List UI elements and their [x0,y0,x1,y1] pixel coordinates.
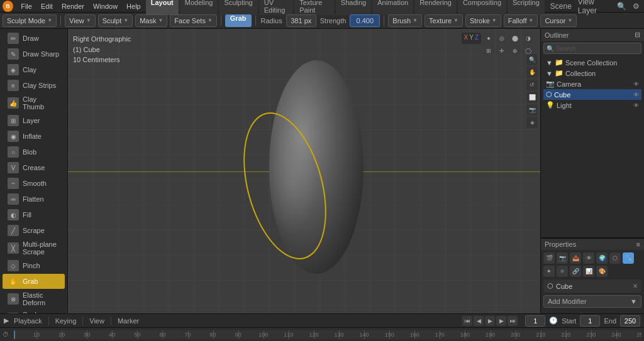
tab-modeling[interactable]: Modeling [180,0,218,15]
collection-item[interactable]: ▼ 📁 Collection [543,68,641,78]
tool-item-grab[interactable]: ✋Grab [3,274,65,289]
tool-item-inflate[interactable]: ◉Inflate [3,129,65,144]
view-menu[interactable]: View ▼ [65,14,96,27]
mask-menu[interactable]: Mask ▼ [135,14,167,27]
tool-item-layer[interactable]: ⊞Layer [3,113,65,128]
add-modifier-dropdown[interactable]: Add Modifier ▼ [543,295,641,308]
texture-dropdown[interactable]: Texture ▼ [425,14,463,27]
blender-logo[interactable]: B [3,1,13,12]
play-btn[interactable]: ▶ [485,316,495,326]
tool-item-multi-plane-scrape[interactable]: ╳Multi-plane Scrape [3,239,65,257]
tab-texture-paint[interactable]: Texture Paint [294,0,335,15]
viewport-3d[interactable]: Right Orthographic (1) Cube 10 Centimete… [68,29,540,313]
menu-edit[interactable]: Edit [37,2,57,11]
camera-item[interactable]: 📷 Camera 👁 [543,78,641,89]
tool-item-pinch[interactable]: ◇Pinch [3,258,65,273]
tab-animation[interactable]: Animation [372,0,413,15]
tool-item-crease[interactable]: VCrease [3,160,65,175]
vp-sidebar-icon-5[interactable]: 📷 [526,104,538,116]
next-frame-btn[interactable]: ▶ [496,316,506,326]
prop-icon-material[interactable]: 🎨 [596,266,608,277]
playback-menu[interactable]: Playback [11,317,45,325]
prop-icon-output[interactable]: 📤 [570,252,581,264]
vp-sidebar-icon-4[interactable]: ⬜ [526,92,538,103]
outliner-search-bar[interactable]: 🔍 Search [543,43,641,54]
search-icon[interactable]: 🔍 [615,1,628,11]
prop-icon-modifier[interactable]: 🔧 [623,252,634,264]
tab-sculpting[interactable]: Sculpting [219,0,257,15]
cursor-dropdown[interactable]: Cursor ▼ [540,14,577,27]
viewport-wire-icon[interactable]: ◎ [496,33,508,44]
properties-options-icon[interactable]: ≡ [636,241,640,248]
start-frame-input[interactable] [580,315,600,327]
current-frame-input[interactable] [525,315,545,327]
tool-item-clay-strips[interactable]: ≡Clay Strips [3,78,65,93]
viewport-snap-icon[interactable]: ⊕ [509,45,521,57]
vp-sidebar-icon-6[interactable]: ◈ [526,117,538,128]
menu-file[interactable]: File [17,2,36,11]
prop-icon-world[interactable]: 🌍 [596,252,608,264]
prop-icon-object[interactable]: ⬡ [609,252,621,264]
camera-visibility-icon[interactable]: 👁 [633,81,639,87]
sculpt-mode-dropdown[interactable]: Sculpt Mode ▼ [3,14,57,27]
falloff-dropdown[interactable]: Falloff ▼ [504,14,538,27]
tool-item-clay[interactable]: ◈Clay [3,62,65,77]
tab-layout[interactable]: Layout [146,0,179,15]
tool-item-flatten[interactable]: ═Flatten [3,192,65,207]
light-item[interactable]: 💡 Light 👁 [543,100,641,111]
view-layer-selector[interactable]: View Layer [576,0,613,16]
tool-item-draw[interactable]: ✏Draw [3,31,65,46]
keying-menu[interactable]: Keying [53,317,79,325]
prop-icon-view[interactable]: 👁 [583,252,594,264]
viewport-overlay-icon[interactable]: ⊞ [483,45,494,57]
radius-input[interactable] [286,14,316,27]
tab-shading[interactable]: Shading [336,0,371,15]
prev-frame-btn[interactable]: ◀ [474,316,484,326]
strength-input[interactable] [350,14,380,27]
tool-item-scrape[interactable]: ╱Scrape [3,223,65,238]
viewport-render-icon[interactable]: ⬤ [509,33,521,44]
viewport-mat-icon[interactable]: ◑ [523,33,534,44]
outliner-filter-icon[interactable]: ⊟ [635,31,640,39]
stroke-dropdown[interactable]: Stroke ▼ [465,14,501,27]
tool-item-draw-sharp[interactable]: ✎Draw Sharp [3,46,65,62]
view-menu-bb[interactable]: View [87,317,107,325]
viewport-gizmo-icon[interactable]: ✛ [496,45,508,57]
prop-object-close[interactable]: ✕ [633,283,638,290]
jump-start-btn[interactable]: ⏮ [462,316,472,326]
tool-item-elastic-deform[interactable]: ⊗Elastic Deform [3,290,65,308]
scene-selector[interactable]: Scene [548,1,574,11]
prop-icon-scene[interactable]: 🎬 [543,252,555,264]
light-visibility-icon[interactable]: 👁 [633,102,639,109]
tool-item-fill[interactable]: ◐Fill [3,207,65,222]
cube-visibility-icon[interactable]: 👁 [633,92,639,98]
prop-icon-constraints[interactable]: 🔗 [570,266,581,277]
menu-window[interactable]: Window [89,2,121,11]
timeline-playhead[interactable] [14,330,15,339]
sculpt-menu[interactable]: Sculpt ▼ [98,14,133,27]
scene-collection-item[interactable]: ▼ 📁 Scene Collection [543,57,641,68]
tab-uv-editing[interactable]: UV Editing [259,0,294,15]
prop-icon-physics[interactable]: ⚛ [557,266,568,277]
vp-sidebar-icon-3[interactable]: ↺ [526,79,538,90]
tab-rendering[interactable]: Rendering [414,0,457,15]
tool-item-smooth[interactable]: ~Smooth [3,176,65,191]
prop-icon-particles[interactable]: ✦ [543,266,555,277]
vp-sidebar-icon-2[interactable]: ✋ [526,67,538,78]
tool-item-clay-thumb[interactable]: 👍Clay Thumb [3,94,65,112]
end-frame-input[interactable] [620,315,640,327]
active-tool-button[interactable]: Grab [225,14,252,27]
timeline-ruler[interactable]: 1020304050607080901001101201301401501601… [14,330,641,339]
prop-icon-render[interactable]: 📷 [557,252,568,264]
brush-dropdown[interactable]: Brush ▼ [388,14,422,27]
tab-scripting[interactable]: Scripting [508,0,545,15]
cube-item[interactable]: ⬡ Cube 👁 [543,89,641,100]
settings-icon[interactable]: ⚙ [631,1,641,11]
tool-item-snake-hook[interactable]: SSnake Hook [3,309,65,313]
face-sets-menu[interactable]: Face Sets ▼ [170,14,216,27]
jump-end-btn[interactable]: ⏭ [508,316,518,326]
tab-compositing[interactable]: Compositing [458,0,506,15]
prop-icon-data[interactable]: 📊 [583,266,594,277]
vp-sidebar-icon-1[interactable]: 🔍 [526,54,538,65]
viewport-solid-icon[interactable]: ● [483,33,494,44]
